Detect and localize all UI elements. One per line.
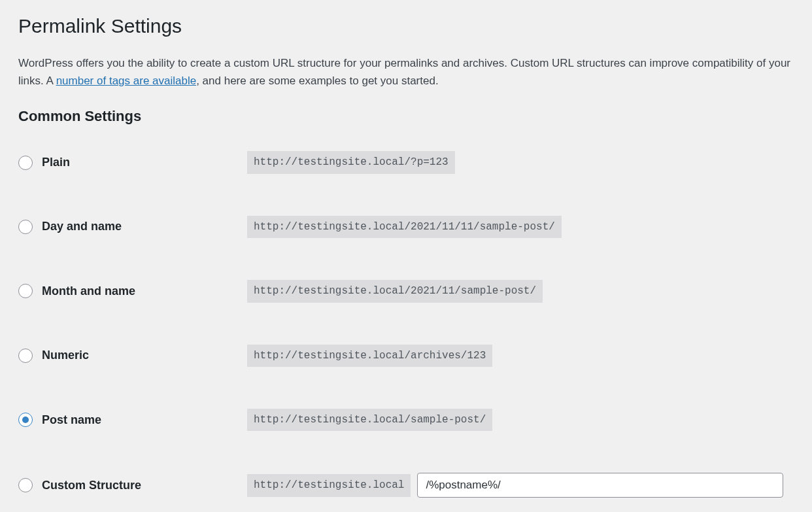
radio-numeric[interactable] xyxy=(18,349,33,363)
label-numeric[interactable]: Numeric xyxy=(42,349,89,362)
radio-month-name[interactable] xyxy=(18,284,33,298)
radio-plain[interactable] xyxy=(18,156,33,170)
option-row-numeric: Numeric http://testingsite.local/archive… xyxy=(18,345,794,367)
description-text-after: , and here are some examples to get you … xyxy=(196,75,438,87)
radio-post-name[interactable] xyxy=(18,413,33,427)
common-settings-heading: Common Settings xyxy=(18,108,794,125)
custom-prefix: http://testingsite.local xyxy=(247,474,411,496)
page-description: WordPress offers you the ability to crea… xyxy=(18,54,794,90)
permalink-options-table: Plain http://testingsite.local/?p=123 Da… xyxy=(18,151,794,498)
label-month-name[interactable]: Month and name xyxy=(42,284,135,298)
example-numeric: http://testingsite.local/archives/123 xyxy=(247,345,492,367)
option-row-custom: Custom Structure http://testingsite.loca… xyxy=(18,473,794,498)
label-custom[interactable]: Custom Structure xyxy=(42,479,141,492)
label-plain[interactable]: Plain xyxy=(42,156,70,169)
option-row-post-name: Post name http://testingsite.local/sampl… xyxy=(18,409,794,431)
option-row-month-name: Month and name http://testingsite.local/… xyxy=(18,280,794,302)
option-row-day-name: Day and name http://testingsite.local/20… xyxy=(18,216,794,238)
example-month-name: http://testingsite.local/2021/11/sample-… xyxy=(247,280,543,302)
page-title: Permalink Settings xyxy=(18,13,794,39)
example-plain: http://testingsite.local/?p=123 xyxy=(247,151,455,173)
radio-day-name[interactable] xyxy=(18,220,33,234)
radio-custom[interactable] xyxy=(18,478,33,492)
label-post-name[interactable]: Post name xyxy=(42,413,101,427)
example-post-name: http://testingsite.local/sample-post/ xyxy=(247,409,492,431)
label-day-name[interactable]: Day and name xyxy=(42,220,122,233)
tags-available-link[interactable]: number of tags are available xyxy=(56,75,197,87)
custom-structure-input[interactable] xyxy=(417,473,783,498)
example-day-name: http://testingsite.local/2021/11/11/samp… xyxy=(247,216,562,238)
option-row-plain: Plain http://testingsite.local/?p=123 xyxy=(18,151,794,173)
